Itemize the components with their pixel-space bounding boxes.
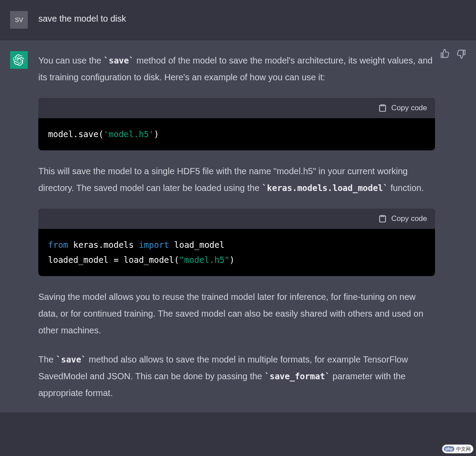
user-message-row: SV save the model to disk [0, 0, 476, 40]
user-avatar: SV [10, 11, 28, 29]
user-avatar-initials: SV [15, 16, 23, 23]
code-token: model.save( [48, 129, 104, 139]
text-span: function. [388, 183, 424, 193]
code-token-keyword: import [139, 240, 169, 250]
clipboard-icon [378, 214, 387, 223]
svg-rect-0 [381, 105, 384, 106]
assistant-paragraph: You can use the `save` method of the mod… [38, 52, 435, 86]
thumbs-down-button[interactable] [456, 48, 467, 61]
code-content[interactable]: model.save('model.h5') [38, 118, 435, 150]
code-block-header: Copy code [38, 98, 435, 118]
inline-code: `save_format` [264, 371, 330, 381]
inline-code: `keras.models.load_model` [262, 183, 388, 193]
code-token: ) [154, 129, 159, 139]
svg-rect-1 [381, 216, 384, 217]
code-block-header: Copy code [38, 209, 435, 229]
code-block: Copy code model.save('model.h5') [38, 98, 435, 150]
user-prompt-text: save the model to disk [38, 12, 435, 25]
assistant-message: You can use the `save` method of the mod… [38, 51, 435, 401]
code-token: ) [230, 255, 234, 265]
assistant-avatar [10, 51, 28, 69]
thumbs-up-button[interactable] [439, 48, 450, 61]
code-token: load_model [169, 240, 225, 250]
inline-code: `save` [56, 355, 86, 364]
code-token-string: 'model.h5' [104, 129, 154, 139]
copy-code-button[interactable]: Copy code [378, 104, 427, 112]
text-span: You can use the [38, 56, 104, 65]
code-block: Copy code from keras.models import load_… [38, 209, 435, 276]
assistant-paragraph: This will save the model to a single HDF… [38, 163, 435, 196]
code-content[interactable]: from keras.models import load_model load… [38, 229, 435, 276]
copy-code-label: Copy code [391, 214, 427, 223]
assistant-paragraph: Saving the model allows you to reuse the… [38, 288, 435, 339]
code-token-string: "model.h5" [179, 255, 229, 265]
copy-code-button[interactable]: Copy code [378, 214, 427, 223]
assistant-paragraph: The `save` method also allows to save th… [38, 351, 435, 401]
clipboard-icon [378, 104, 387, 112]
inline-code: `save` [104, 56, 134, 65]
copy-code-label: Copy code [391, 104, 427, 112]
openai-logo-icon [13, 54, 25, 66]
feedback-controls [439, 48, 467, 61]
thumbs-down-icon [457, 49, 466, 59]
code-token: keras.models [68, 240, 139, 250]
code-token: loaded_model = load_model( [48, 255, 179, 265]
user-message: save the model to disk [38, 11, 435, 29]
assistant-message-row: You can use the `save` method of the mod… [0, 40, 476, 412]
code-token-keyword: from [48, 240, 68, 250]
text-span: The [38, 355, 56, 364]
thumbs-up-icon [440, 49, 450, 59]
